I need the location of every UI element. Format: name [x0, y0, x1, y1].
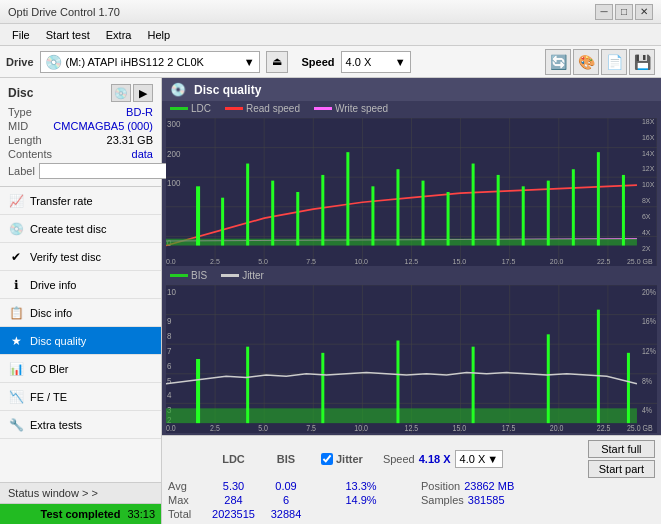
stats-max-row: Max 284 6 14.9% Samples 381585 [168, 494, 655, 506]
svg-rect-30 [196, 186, 200, 245]
legend-ldc-color [170, 107, 188, 110]
chart-legend: LDC Read speed Write speed [162, 101, 661, 116]
transfer-rate-icon: 📈 [8, 193, 24, 209]
mid-value: CMCMAGBA5 (000) [53, 120, 153, 132]
extra-tests-icon: 🔧 [8, 417, 24, 433]
nav-label-disc-info: Disc info [30, 307, 72, 319]
app-title: Opti Drive Control 1.70 [8, 6, 120, 18]
nav-label-fe-te: FE / TE [30, 391, 67, 403]
stats-avg-row: Avg 5.30 0.09 13.3% Position 23862 MB [168, 480, 655, 492]
legend-bis: BIS [170, 270, 207, 281]
svg-text:6: 6 [167, 360, 171, 371]
drive-select[interactable]: 💿 (M:) ATAPI iHBS112 2 CL0K ▼ [40, 51, 260, 73]
svg-text:22.5: 22.5 [597, 423, 611, 433]
speed-row: Speed 4.18 X 4.0 X ▼ [383, 450, 503, 468]
max-label: Max [168, 494, 206, 506]
svg-rect-38 [396, 169, 399, 245]
svg-text:20.0: 20.0 [550, 423, 564, 433]
samples-label: Samples [421, 494, 464, 506]
drive-eject-button[interactable]: ⏏ [266, 51, 288, 73]
svg-rect-33 [271, 181, 274, 246]
sidebar-item-drive-info[interactable]: ℹ Drive info [0, 271, 161, 299]
svg-rect-39 [422, 181, 425, 246]
speed-stat-dropdown[interactable]: 4.0 X ▼ [455, 450, 504, 468]
nav-label-drive-info: Drive info [30, 279, 76, 291]
toolbar-btn-3[interactable]: 📄 [601, 49, 627, 75]
minimize-button[interactable]: ─ [595, 4, 613, 20]
sidebar-item-create-test-disc[interactable]: 💿 Create test disc [0, 215, 161, 243]
nav-label-extra-tests: Extra tests [30, 419, 82, 431]
speed-dropdown-val: 4.0 X [460, 453, 486, 465]
speed-dropdown-arrow: ▼ [487, 453, 498, 465]
sidebar-item-extra-tests[interactable]: 🔧 Extra tests [0, 411, 161, 439]
svg-text:12.5: 12.5 [404, 256, 418, 266]
stats-ldc-header: LDC [206, 453, 261, 465]
speed-select[interactable]: 4.0 X ▼ [341, 51, 411, 73]
disc-icon-btn-1[interactable]: 💿 [111, 84, 131, 102]
contents-value: data [132, 148, 153, 160]
sidebar-item-verify-test-disc[interactable]: ✔ Verify test disc [0, 243, 161, 271]
jitter-checkbox[interactable] [321, 453, 333, 465]
svg-rect-44 [547, 181, 550, 246]
svg-rect-46 [597, 152, 600, 245]
chart-header: 💿 Disc quality [162, 78, 661, 101]
svg-rect-88 [166, 408, 637, 423]
length-value: 23.31 GB [107, 134, 153, 146]
svg-text:2X: 2X [642, 244, 651, 254]
svg-text:25.0 GB: 25.0 GB [627, 256, 653, 266]
window-controls: ─ □ ✕ [595, 4, 653, 20]
svg-text:2.5: 2.5 [210, 423, 220, 433]
sidebar-item-disc-info[interactable]: 📋 Disc info [0, 299, 161, 327]
length-label: Length [8, 134, 42, 146]
svg-text:5: 5 [167, 375, 171, 386]
svg-text:20.0: 20.0 [550, 256, 564, 266]
legend-jitter: Jitter [221, 270, 264, 281]
menu-extra[interactable]: Extra [98, 27, 140, 43]
menu-file[interactable]: File [4, 27, 38, 43]
disc-icon-btn-2[interactable]: ▶ [133, 84, 153, 102]
label-input[interactable] [39, 163, 172, 179]
disc-length-row: Length 23.31 GB [8, 134, 153, 146]
sidebar-item-disc-quality[interactable]: ★ Disc quality [0, 327, 161, 355]
start-full-button[interactable]: Start full [588, 440, 655, 458]
position-label: Position [421, 480, 460, 492]
svg-rect-89 [196, 359, 200, 423]
toolbar-btn-2[interactable]: 🎨 [573, 49, 599, 75]
menu-start-test[interactable]: Start test [38, 27, 98, 43]
status-window-button[interactable]: Status window > > [0, 482, 161, 504]
content-area: 💿 Disc quality LDC Read speed Write spee… [162, 78, 661, 524]
svg-text:8X: 8X [642, 196, 651, 206]
chart-title: Disc quality [194, 83, 261, 97]
menu-help[interactable]: Help [139, 27, 178, 43]
svg-text:20%: 20% [642, 287, 656, 297]
disc-contents-row: Contents data [8, 148, 153, 160]
nav-label-create-test-disc: Create test disc [30, 223, 106, 235]
top-chart: 300 200 100 0 18X 16X 14X 12X 10X 8X 6X … [166, 118, 657, 266]
legend-write-speed-color [314, 107, 332, 110]
drive-disc-icon: 💿 [45, 54, 62, 70]
sidebar-item-cd-bler[interactable]: 📊 CD Bler [0, 355, 161, 383]
bottom-chart-svg: 10 9 8 7 6 5 4 3 2 20% 16% 12% 8% 4% [166, 285, 657, 433]
svg-text:12%: 12% [642, 346, 656, 356]
maximize-button[interactable]: □ [615, 4, 633, 20]
svg-text:0.0: 0.0 [166, 423, 176, 433]
legend-ldc-label: LDC [191, 103, 211, 114]
disc-panel: Disc 💿 ▶ Type BD-R MID CMCMAGBA5 (000) L… [0, 78, 161, 187]
legend-bis-color [170, 274, 188, 277]
svg-rect-32 [246, 164, 249, 246]
toolbar-btn-save[interactable]: 💾 [629, 49, 655, 75]
legend-read-speed-color [225, 107, 243, 110]
sidebar-item-transfer-rate[interactable]: 📈 Transfer rate [0, 187, 161, 215]
svg-text:16X: 16X [642, 132, 654, 142]
max-jitter: 14.9% [321, 494, 401, 506]
svg-rect-35 [321, 175, 324, 246]
speed-stat-label: Speed [383, 453, 415, 465]
sidebar-item-fe-te[interactable]: 📉 FE / TE [0, 383, 161, 411]
svg-text:10: 10 [167, 286, 176, 297]
avg-ldc: 5.30 [206, 480, 261, 492]
toolbar-btn-1[interactable]: 🔄 [545, 49, 571, 75]
svg-rect-91 [321, 353, 324, 423]
close-button[interactable]: ✕ [635, 4, 653, 20]
start-part-button[interactable]: Start part [588, 460, 655, 478]
svg-text:4%: 4% [642, 406, 652, 416]
